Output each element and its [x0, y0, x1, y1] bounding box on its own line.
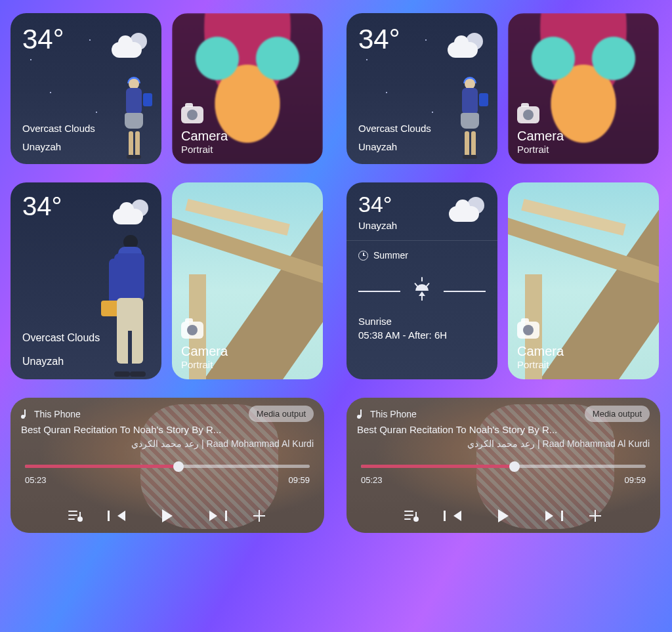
camera-mode: Portrait [181, 359, 228, 370]
temperature-value: 34° [22, 24, 64, 55]
person-illustration [119, 79, 150, 158]
add-button[interactable] [251, 508, 267, 524]
camera-widget-tall[interactable]: Camera Portrait [172, 182, 323, 379]
previous-button[interactable] [114, 508, 129, 524]
plus-icon [589, 510, 601, 522]
camera-mode: Portrait [517, 359, 564, 370]
season-row: Summer [358, 250, 486, 261]
home-screen-right: 34° Overcast Clouds Unayzah Camera Portr… [336, 0, 672, 632]
total-time: 09:59 [288, 475, 310, 485]
weather-condition: Overcast Clouds [22, 331, 108, 344]
add-button[interactable] [587, 508, 603, 524]
plus-icon [253, 510, 265, 522]
playlist-button[interactable] [68, 508, 83, 524]
temperature-value: 34° [358, 24, 400, 55]
weather-widget-small[interactable]: 34° Overcast Clouds Unayzah [346, 13, 497, 164]
camera-icon [181, 106, 203, 123]
device-label: This Phone [34, 409, 81, 419]
seek-bar[interactable] [361, 465, 646, 468]
home-screen-left: 34° Overcast Clouds Unayzah Camera Portr… [0, 0, 336, 632]
playlist-icon [68, 511, 83, 521]
sunrise-time: 05:38 AM - After: 6H [358, 329, 486, 341]
play-icon [162, 509, 173, 522]
playlist-button[interactable] [404, 508, 419, 524]
camera-title: Camera [517, 344, 564, 359]
media-player-widget[interactable]: This Phone Media output Best Quran Recit… [346, 398, 660, 533]
night-cloud-icon [449, 196, 486, 222]
person-illustration [455, 79, 486, 158]
previous-icon [453, 511, 461, 521]
total-time: 09:59 [624, 475, 646, 485]
play-button[interactable] [159, 508, 175, 524]
night-cloud-icon [113, 198, 150, 224]
night-cloud-icon [112, 32, 148, 58]
previous-button[interactable] [450, 508, 465, 524]
temperature-value: 34° [22, 192, 62, 221]
camera-title: Camera [181, 344, 228, 359]
elapsed-time: 05:23 [361, 475, 383, 485]
device-label: This Phone [370, 409, 417, 419]
camera-title: Camera [181, 129, 228, 144]
track-title: Best Quran Recitation To Noah's Story By… [21, 424, 314, 435]
seek-progress [361, 465, 514, 468]
track-artist: Raad Mohammad Al Kurdi | رعد محمد الكردي [21, 438, 314, 449]
camera-icon [517, 322, 539, 339]
person-illustration [98, 232, 158, 377]
divider [346, 240, 497, 241]
night-cloud-icon [448, 32, 484, 58]
camera-title: Camera [517, 129, 564, 144]
play-button[interactable] [495, 508, 511, 524]
track-title: Best Quran Recitation To Noah's Story By… [357, 424, 650, 435]
seek-handle[interactable] [173, 461, 184, 472]
season-label: Summer [373, 250, 408, 261]
media-player-widget[interactable]: This Phone Media output Best Quran Recit… [10, 398, 324, 533]
sunrise-label: Sunrise [358, 316, 486, 327]
camera-icon [517, 106, 539, 123]
play-icon [498, 509, 509, 522]
music-note-icon [357, 410, 365, 419]
weather-location: Unayzah [22, 141, 61, 152]
camera-mode: Portrait [517, 144, 564, 155]
camera-widget-small[interactable]: Camera Portrait [508, 13, 659, 164]
camera-widget-small[interactable]: Camera Portrait [172, 13, 323, 164]
camera-icon [181, 322, 203, 339]
seek-handle[interactable] [509, 461, 520, 472]
weather-condition: Overcast Clouds [22, 123, 95, 134]
next-icon [209, 511, 217, 521]
playback-device[interactable]: This Phone [21, 409, 81, 419]
sunrise-diagram [358, 280, 486, 303]
media-output-button[interactable]: Media output [585, 406, 650, 422]
seek-progress [25, 465, 178, 468]
weather-widget-tall[interactable]: 34° Overcast Clouds Unayzah [10, 182, 161, 379]
media-output-button[interactable]: Media output [249, 406, 314, 422]
next-icon [545, 511, 553, 521]
weather-location: Unayzah [358, 141, 397, 152]
clock-icon [358, 251, 368, 261]
playlist-icon [404, 511, 419, 521]
next-button[interactable] [541, 508, 557, 524]
music-note-icon [21, 410, 29, 419]
track-artist: Raad Mohammad Al Kurdi | رعد محمد الكردي [357, 438, 650, 449]
camera-widget-tall[interactable]: Camera Portrait [508, 182, 659, 379]
elapsed-time: 05:23 [25, 475, 47, 485]
weather-location: Unayzah [22, 356, 64, 368]
seek-bar[interactable] [25, 465, 310, 468]
previous-icon [117, 511, 125, 521]
playback-device[interactable]: This Phone [357, 409, 417, 419]
next-button[interactable] [205, 508, 221, 524]
weather-widget-detail[interactable]: 34° Unayzah Summer Sunrise 05:38 AM - Af… [346, 182, 497, 379]
weather-widget-small[interactable]: 34° Overcast Clouds Unayzah [10, 13, 161, 164]
camera-mode: Portrait [181, 144, 228, 155]
weather-condition: Overcast Clouds [358, 123, 431, 134]
